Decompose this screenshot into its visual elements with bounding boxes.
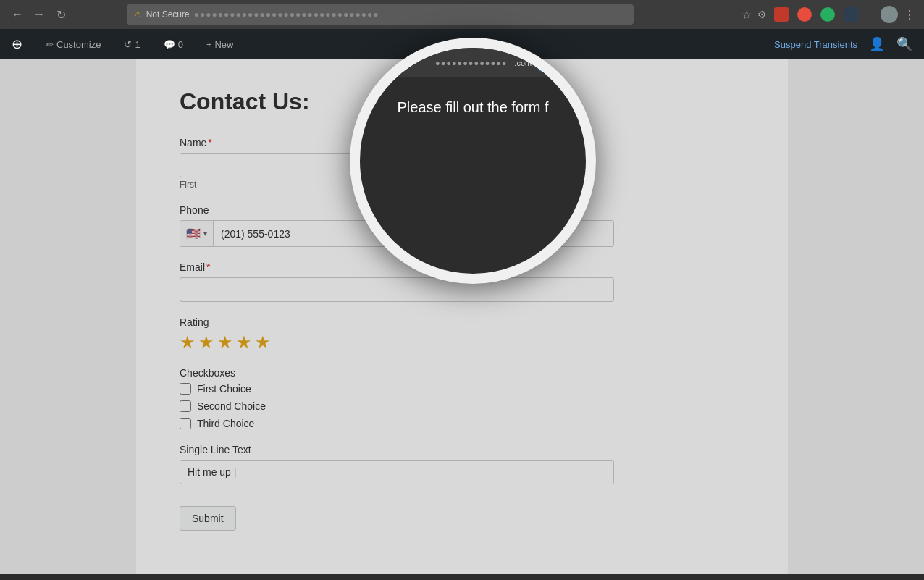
checkbox-first-choice-label: First Choice xyxy=(197,383,251,395)
wp-admin-bar: ⊕ ✏ Customize ↺ 1 💬 0 + New Suspend Tran… xyxy=(0,29,924,59)
content-area: Contact Us: Name* First Phone 🇺🇸 ▾ xyxy=(136,59,788,574)
name-field: Name* First xyxy=(180,137,744,190)
single-line-field: Single Line Text xyxy=(180,444,744,484)
extensions-button[interactable]: ⚙ xyxy=(757,9,767,20)
revisions-count: 1 xyxy=(135,39,140,50)
url-blurred: ●●●●●●●●●●●●●●●●●●●●●●●●●●●●●●● xyxy=(194,9,379,20)
star-5[interactable]: ★ xyxy=(255,332,271,353)
single-line-label: Single Line Text xyxy=(180,444,744,455)
flag-dropdown-icon: ▾ xyxy=(203,230,207,238)
star-1[interactable]: ★ xyxy=(180,332,196,353)
email-label: Email* xyxy=(180,261,744,273)
checkbox-third-choice-label: Third Choice xyxy=(197,418,254,429)
checkbox-second-choice: Second Choice xyxy=(180,400,744,412)
phone-input-wrapper: 🇺🇸 ▾ xyxy=(180,220,614,247)
ext-icon-4 xyxy=(844,7,858,22)
ext-icon-3 xyxy=(820,7,835,22)
revisions-icon: ↺ xyxy=(124,39,132,50)
customize-label: Customize xyxy=(56,39,101,50)
checkboxes-label: Checkboxes xyxy=(180,367,744,379)
name-input[interactable] xyxy=(180,153,397,177)
checkbox-second-choice-label: Second Choice xyxy=(197,400,266,412)
security-label: Not Secure xyxy=(146,9,190,20)
checkbox-second-choice-input[interactable] xyxy=(180,400,191,412)
bookmark-button[interactable]: ☆ xyxy=(742,8,752,22)
stars-container: ★ ★ ★ ★ ★ xyxy=(180,332,744,353)
email-input[interactable] xyxy=(180,277,614,302)
revisions-button[interactable]: ↺ 1 xyxy=(118,36,146,53)
browser-chrome: ← → ↻ ⚠ Not Secure ●●●●●●●●●●●●●●●●●●●●●… xyxy=(0,0,924,29)
avatar xyxy=(881,6,898,23)
checkbox-first-choice: First Choice xyxy=(180,383,744,395)
checkbox-first-choice-input[interactable] xyxy=(180,383,191,395)
phone-number-input[interactable] xyxy=(214,222,613,245)
star-3[interactable]: ★ xyxy=(217,332,233,353)
star-2[interactable]: ★ xyxy=(198,332,214,353)
email-field: Email* xyxy=(180,261,744,302)
checkbox-third-choice: Third Choice xyxy=(180,418,744,429)
checkboxes-field: Checkboxes First Choice Second Choice Th… xyxy=(180,367,744,429)
rating-label: Rating xyxy=(180,316,744,328)
ext-icon-1 xyxy=(774,7,789,22)
checkbox-third-choice-input[interactable] xyxy=(180,418,191,429)
name-sublabel: First xyxy=(180,180,744,190)
customize-icon: ✏ xyxy=(46,39,54,50)
new-label: New xyxy=(214,39,233,50)
star-4[interactable]: ★ xyxy=(236,332,252,353)
new-button[interactable]: + New xyxy=(201,36,240,53)
page-footer: ●●●●●●●●●●●●●●●●●● xyxy=(0,574,924,580)
comments-count: 0 xyxy=(178,39,183,50)
plus-icon: + xyxy=(206,39,212,50)
user-icon[interactable]: 👤 xyxy=(869,36,885,52)
phone-label: Phone xyxy=(180,204,744,216)
customize-button[interactable]: ✏ Customize xyxy=(40,36,106,53)
forward-button[interactable]: → xyxy=(30,6,48,23)
back-button[interactable]: ← xyxy=(9,6,26,23)
phone-field: Phone 🇺🇸 ▾ xyxy=(180,204,744,247)
single-line-input[interactable] xyxy=(180,460,614,484)
phone-flag-selector[interactable]: 🇺🇸 ▾ xyxy=(180,221,214,246)
ext-icon-2 xyxy=(797,7,812,22)
name-label: Name* xyxy=(180,137,744,148)
menu-button[interactable]: ⋮ xyxy=(904,8,915,22)
rating-field: Rating ★ ★ ★ ★ ★ xyxy=(180,316,744,353)
comments-icon: 💬 xyxy=(164,39,175,50)
reload-button[interactable]: ↻ xyxy=(52,6,70,23)
submit-button[interactable]: Submit xyxy=(180,506,236,531)
us-flag-icon: 🇺🇸 xyxy=(186,227,201,240)
lock-icon: ⚠ xyxy=(134,9,142,20)
page-wrapper: Contact Us: Name* First Phone 🇺🇸 ▾ xyxy=(0,59,924,574)
page-title: Contact Us: xyxy=(180,88,744,115)
address-bar[interactable]: ⚠ Not Secure ●●●●●●●●●●●●●●●●●●●●●●●●●●●… xyxy=(127,4,634,25)
comments-button[interactable]: 💬 0 xyxy=(158,36,189,53)
suspend-transients-button[interactable]: Suspend Transients xyxy=(774,39,857,50)
search-icon[interactable]: 🔍 xyxy=(896,36,912,52)
wp-logo-icon: ⊕ xyxy=(12,36,22,52)
